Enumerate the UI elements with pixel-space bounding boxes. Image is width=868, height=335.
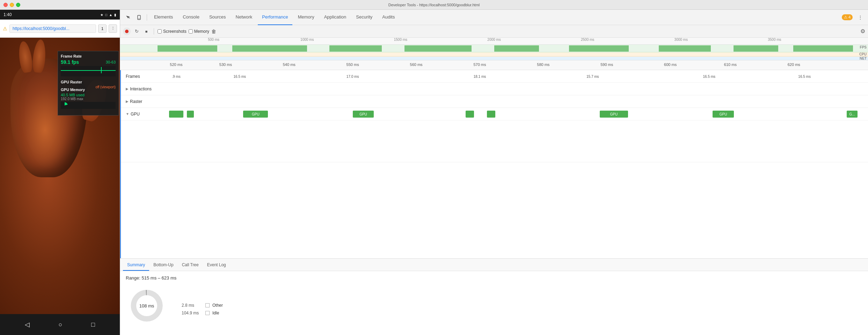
settings-icon[interactable]: ⋮ [855,13,865,22]
gpu-memory-bar [61,102,116,109]
gpu-memory-row: 40.5 MB used [61,93,116,97]
minimize-button[interactable] [10,3,14,7]
more-button[interactable]: ⋮ [109,24,117,33]
interactions-row: ▶ Interactions [120,83,868,95]
devtools-header: Elements Console Sources Network Perform… [120,10,868,25]
other-checkbox[interactable] [205,303,210,307]
detail-ruler-label-7: 590 ms [600,62,613,67]
memory-label: Memory [194,29,209,34]
frames-content: .9 ms16.5 ms17.0 ms18.1 ms15.7 ms16.5 ms… [162,70,868,82]
browser-bar: ⚠ https://localhost:5000/goodbl... 1 ⋮ [0,20,120,38]
battery-icon: ▮ [114,13,116,17]
tab-network[interactable]: Network [232,10,257,25]
overview-ruler-label-2: 1500 ms [394,38,407,42]
overview-ruler-label-4: 2500 ms [581,38,594,42]
phone-area: 1:40 ★ □ ▲ ▮ ⚠ https://localhost:5000/go… [0,10,120,335]
tab-security[interactable]: Security [352,10,377,25]
tab-event-log[interactable]: Event Log [203,260,230,271]
detail-ruler-label-5: 570 ms [473,62,486,67]
overview-ruler-labels: 500 ms1000 ms1500 ms2000 ms2500 ms3000 m… [120,38,868,45]
empty-row-1 [120,120,868,162]
home-nav-icon[interactable]: ○ [59,321,63,328]
gpu-expand-arrow[interactable]: ▼ [126,112,129,116]
frame-rate-section: Frame Rate 59.1 fps 30-63 [61,54,116,76]
browser-url[interactable]: https://localhost:5000/goodbl... [9,24,96,33]
tab-application[interactable]: Application [320,10,351,25]
other-value: 2.8 ms [182,303,203,308]
screenshots-checkbox-group[interactable]: Screenshots [158,29,187,34]
back-nav-icon[interactable]: ◁ [25,321,30,328]
stop-button[interactable]: ■ [143,28,150,35]
phone-status-icons: ★ □ ▲ ▮ [100,13,116,17]
tab-count-button[interactable]: 1 [98,24,107,33]
memory-checkbox-group[interactable]: Memory [189,29,209,34]
screenshots-label: Screenshots [163,29,187,34]
toolbar-divider-1 [154,28,154,35]
tab-call-tree[interactable]: Call Tree [178,260,203,271]
raster-expand-arrow[interactable]: ▶ [126,99,129,103]
gpu-block-5 [487,111,495,118]
other-label: Other [212,303,223,308]
pie-center-label: 108 ms [139,303,154,308]
tab-elements[interactable]: Elements [150,10,177,25]
maximize-button[interactable] [16,3,20,7]
tab-divider [147,14,147,21]
tab-console[interactable]: Console [178,10,204,25]
gpu-block-4 [466,111,474,118]
fps-row: 59.1 fps 30-63 [61,59,116,65]
tab-memory[interactable]: Memory [294,10,319,25]
overview-ruler-label-1: 1000 ms [300,38,314,42]
gpu-block-1 [187,111,194,118]
detail-ruler: 520 ms530 ms540 ms550 ms560 ms570 ms580 … [120,60,868,70]
memory-checkbox[interactable] [189,29,193,34]
detail-ruler-label-0: 520 ms [170,62,182,67]
record-button[interactable] [123,28,131,35]
tab-summary[interactable]: Summary [123,260,149,271]
detail-ruler-label-8: 600 ms [664,62,677,67]
detail-ruler-label-2: 540 ms [283,62,296,67]
overview-ruler-label-3: 2000 ms [487,38,501,42]
refresh-button[interactable]: ↻ [133,28,140,35]
timeline-cursor [120,70,121,258]
gpu-block-3: GPU [353,111,374,118]
tab-bottom-up[interactable]: Bottom-Up [149,260,177,271]
gpu-block-2: GPU [243,111,268,118]
gear-icon[interactable]: ⚙ [860,28,865,35]
main-layout: 1:40 ★ □ ▲ ▮ ⚠ https://localhost:5000/go… [0,10,868,335]
gpu-content: GPUGPUGPUGPUG... [162,108,868,120]
recents-nav-icon[interactable]: □ [91,321,95,328]
tab-performance[interactable]: Performance [258,10,292,25]
tab-sources[interactable]: Sources [205,10,230,25]
raster-label-text: Raster [130,99,142,104]
close-button[interactable] [3,3,8,7]
raster-row: ▶ Raster [120,95,868,108]
gpu-mem-pie-chart [61,102,68,109]
clear-button[interactable]: 🗑 [211,29,216,34]
cursor-tool-icon[interactable] [123,13,133,22]
gpu-block-8: G... [847,111,857,118]
title-bar: Developer Tools - https://localhost:5000… [0,0,868,10]
gpu-mem-used: 40.5 MB used [61,93,85,97]
interactions-content [162,83,868,95]
tab-audits[interactable]: Audits [378,10,399,25]
timeline-main: 520 ms530 ms540 ms550 ms560 ms570 ms580 … [120,60,868,258]
idle-checkbox[interactable] [205,311,210,315]
frames-label: Frames [120,74,162,79]
timeline-overview[interactable]: 500 ms1000 ms1500 ms2000 ms2500 ms3000 m… [120,38,868,60]
mobile-toggle-icon[interactable] [134,13,144,22]
overlay-panel: Frame Rate 59.1 fps 30-63 GPU Raster off… [58,51,119,116]
phone-status-bar: 1:40 ★ □ ▲ ▮ [0,10,120,20]
detail-ruler-label-6: 580 ms [537,62,549,67]
frame-time-5: 16.5 ms [703,74,715,78]
idle-value: 104.9 ms [182,311,203,315]
legend-area: 2.8 ms Other 104.9 ms Idle [182,296,223,315]
wifi-icon: ▲ [109,13,112,17]
pie-chart-container: 108 ms [126,285,168,327]
svg-rect-0 [138,15,140,20]
detail-ruler-label-10: 620 ms [788,62,800,67]
interactions-expand-arrow[interactable]: ▶ [126,87,129,91]
screenshots-checkbox[interactable] [158,29,162,34]
frame-time-1: 16.5 ms [234,74,246,78]
fps-graph [61,66,116,76]
raster-content [162,95,868,107]
